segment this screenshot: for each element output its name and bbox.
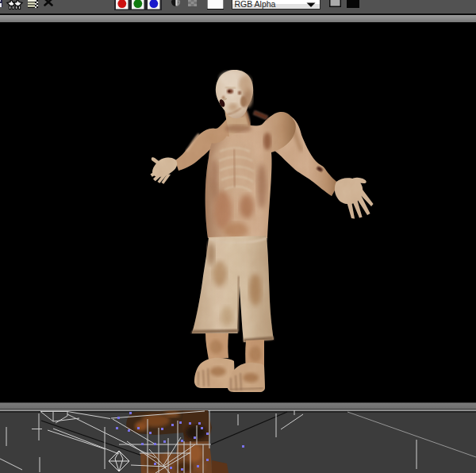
svg-text:RGB Alpha: RGB Alpha	[235, 0, 276, 9]
